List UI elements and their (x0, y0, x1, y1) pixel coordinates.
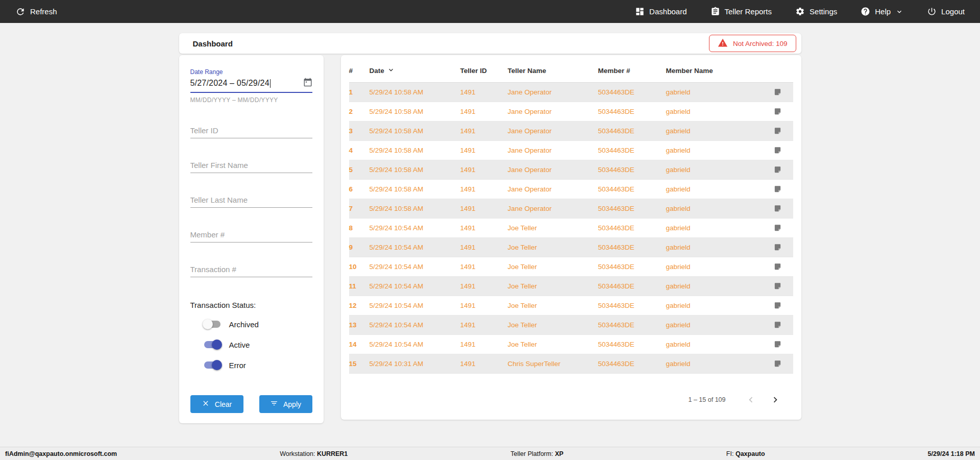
cell-teller-name: Jane Operator (508, 127, 598, 135)
member-number-input[interactable] (190, 228, 312, 243)
cell-date: 5/29/24 10:54 AM (370, 244, 460, 251)
teller-id-field-wrap (190, 124, 312, 138)
table-row[interactable]: 55/29/24 10:58 AM1491Jane Operator503446… (349, 160, 793, 180)
cell-teller-id: 1491 (460, 321, 508, 329)
archived-toggle[interactable] (203, 319, 222, 329)
date-range-value: 5/27/2024 – 05/29/24 (190, 79, 270, 88)
table-row[interactable]: 125/29/24 10:54 AM1491Joe Teller5034463D… (349, 296, 793, 316)
page-title: Dashboard (193, 39, 233, 48)
note-icon[interactable] (763, 185, 793, 193)
table-row[interactable]: 25/29/24 10:58 AM1491Jane Operator503446… (349, 102, 793, 122)
nav-help[interactable]: Help (861, 7, 903, 16)
table-body: 15/29/24 10:58 AM1491Jane Operator503446… (349, 83, 793, 374)
transaction-number-input[interactable] (190, 263, 312, 277)
teller-id-input[interactable] (190, 124, 312, 138)
cell-num: 5 (349, 166, 370, 174)
note-icon[interactable] (763, 146, 793, 155)
cell-member-name: gabrield (666, 185, 763, 193)
cell-num: 9 (349, 244, 370, 251)
nav-teller-reports[interactable]: Teller Reports (710, 7, 772, 16)
chevron-down-icon (895, 8, 903, 16)
cell-num: 11 (349, 282, 370, 290)
col-header-date-label: Date (370, 67, 384, 75)
note-icon[interactable] (763, 321, 793, 329)
col-header-teller-name: Teller Name (508, 67, 598, 75)
warning-triangle-icon (718, 38, 728, 50)
footer-teller-platform: Teller Platform: XP (510, 450, 564, 457)
note-icon[interactable] (763, 340, 793, 349)
table-row[interactable]: 15/29/24 10:58 AM1491Jane Operator503446… (349, 83, 793, 102)
nav-dashboard-label: Dashboard (649, 7, 687, 16)
table-row[interactable]: 35/29/24 10:58 AM1491Jane Operator503446… (349, 122, 793, 141)
nav-settings[interactable]: Settings (795, 7, 837, 16)
table-row[interactable]: 135/29/24 10:54 AM1491Joe Teller5034463D… (349, 316, 793, 335)
cell-member-name: gabrield (666, 244, 763, 251)
calendar-icon[interactable] (303, 78, 312, 89)
table-row[interactable]: 95/29/24 10:54 AM1491Joe Teller5034463DE… (349, 238, 793, 257)
cell-num: 7 (349, 205, 370, 212)
note-icon[interactable] (763, 243, 793, 252)
error-toggle[interactable] (203, 360, 222, 370)
cell-num: 10 (349, 263, 370, 271)
table-row[interactable]: 105/29/24 10:54 AM1491Joe Teller5034463D… (349, 257, 793, 277)
cell-date: 5/29/24 10:54 AM (370, 224, 460, 232)
cell-teller-id: 1491 (460, 108, 508, 115)
cell-member-num: 5034463DE (598, 205, 666, 212)
toggle-thumb (212, 340, 222, 350)
cell-teller-name: Joe Teller (508, 282, 598, 290)
note-icon[interactable] (763, 88, 793, 96)
dashboard-grid-icon (635, 7, 645, 16)
table-row[interactable]: 145/29/24 10:54 AM1491Joe Teller5034463D… (349, 335, 793, 354)
cell-member-num: 5034463DE (598, 282, 666, 290)
cell-member-num: 5034463DE (598, 147, 666, 154)
note-icon[interactable] (763, 107, 793, 116)
cell-member-name: gabrield (666, 302, 763, 309)
note-icon[interactable] (763, 262, 793, 271)
cell-member-num: 5034463DE (598, 360, 666, 368)
cell-member-num: 5034463DE (598, 224, 666, 232)
status-bar: fiAdmin@qaxpauto.onmicrosoft.com Worksta… (0, 447, 980, 460)
cell-date: 5/29/24 10:54 AM (370, 302, 460, 309)
filter-panel: Date Range 5/27/2024 – 05/29/24 MM/DD/YY… (179, 55, 324, 423)
toggle-row-error: Error (203, 359, 312, 371)
cell-teller-id: 1491 (460, 185, 508, 193)
teller-last-name-input[interactable] (190, 193, 312, 208)
note-icon[interactable] (763, 359, 793, 368)
table-row[interactable]: 115/29/24 10:54 AM1491Joe Teller5034463D… (349, 277, 793, 296)
note-icon[interactable] (763, 127, 793, 135)
nav-dashboard[interactable]: Dashboard (635, 7, 687, 16)
apply-button-label: Apply (283, 400, 301, 408)
teller-first-name-input[interactable] (190, 159, 312, 173)
clear-button[interactable]: Clear (190, 395, 243, 413)
note-icon[interactable] (763, 224, 793, 232)
note-icon[interactable] (763, 204, 793, 213)
cell-member-num: 5034463DE (598, 108, 666, 115)
cell-teller-id: 1491 (460, 302, 508, 309)
table-row[interactable]: 65/29/24 10:58 AM1491Jane Operator503446… (349, 180, 793, 199)
col-header-member-num: Member # (598, 67, 666, 75)
note-icon[interactable] (763, 301, 793, 310)
table-row[interactable]: 85/29/24 10:54 AM1491Joe Teller5034463DE… (349, 219, 793, 238)
cell-teller-id: 1491 (460, 88, 508, 96)
nav-logout[interactable]: Logout (927, 7, 965, 16)
error-toggle-label: Error (229, 361, 246, 370)
table-row[interactable]: 75/29/24 10:58 AM1491Jane Operator503446… (349, 199, 793, 219)
table-row[interactable]: 45/29/24 10:58 AM1491Jane Operator503446… (349, 141, 793, 160)
note-icon[interactable] (763, 282, 793, 290)
col-header-date[interactable]: Date (370, 66, 460, 76)
cell-member-num: 5034463DE (598, 127, 666, 135)
cell-date: 5/29/24 10:54 AM (370, 263, 460, 271)
cell-date: 5/29/24 10:58 AM (370, 205, 460, 212)
table-row[interactable]: 155/29/24 10:31 AM1491Chris SuperTeller5… (349, 354, 793, 374)
note-icon[interactable] (763, 165, 793, 174)
cell-member-name: gabrield (666, 224, 763, 232)
cell-member-num: 5034463DE (598, 321, 666, 329)
apply-button[interactable]: Apply (259, 395, 312, 413)
cell-num: 14 (349, 341, 370, 348)
active-toggle[interactable] (203, 340, 222, 350)
refresh-button[interactable]: Refresh (15, 7, 57, 17)
date-range-input[interactable]: 5/27/2024 – 05/29/24 (190, 78, 312, 89)
filter-icon (270, 399, 278, 409)
next-page-button[interactable] (769, 393, 782, 406)
previous-page-button[interactable] (744, 393, 757, 406)
